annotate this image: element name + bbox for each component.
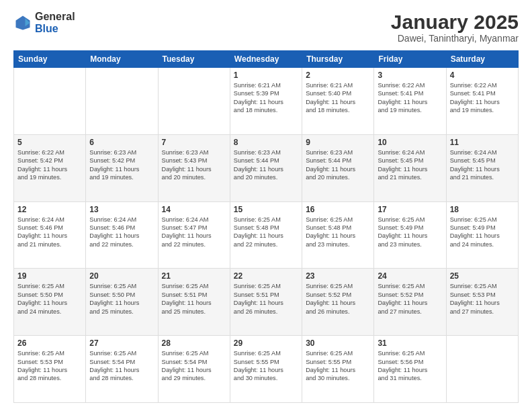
table-row: 24Sunrise: 6:25 AMSunset: 5:52 PMDayligh… xyxy=(374,269,446,336)
day-number: 26 xyxy=(17,338,82,348)
day-number: 5 xyxy=(17,138,82,147)
day-number: 19 xyxy=(17,271,82,281)
table-row: 5Sunrise: 6:22 AMSunset: 5:42 PMDaylight… xyxy=(14,134,86,201)
table-row: 27Sunrise: 6:25 AMSunset: 5:54 PMDayligh… xyxy=(86,336,158,403)
logo-icon xyxy=(13,13,32,32)
header-tuesday: Tuesday xyxy=(158,51,230,68)
table-row: 19Sunrise: 6:25 AMSunset: 5:50 PMDayligh… xyxy=(14,269,86,336)
day-number: 10 xyxy=(378,138,442,147)
day-number: 30 xyxy=(306,338,370,348)
table-row: 28Sunrise: 6:25 AMSunset: 5:54 PMDayligh… xyxy=(158,336,230,403)
day-number: 15 xyxy=(234,205,298,214)
day-info: Sunrise: 6:25 AMSunset: 5:53 PMDaylight:… xyxy=(450,282,515,316)
table-row: 10Sunrise: 6:24 AMSunset: 5:45 PMDayligh… xyxy=(374,134,446,201)
location-title: Dawei, Tanintharyi, Myanmar xyxy=(391,33,519,44)
table-row: 18Sunrise: 6:25 AMSunset: 5:49 PMDayligh… xyxy=(446,201,518,269)
header-thursday: Thursday xyxy=(302,51,374,68)
day-number: 17 xyxy=(378,205,442,214)
day-info: Sunrise: 6:25 AMSunset: 5:50 PMDaylight:… xyxy=(17,282,82,316)
day-info: Sunrise: 6:22 AMSunset: 5:41 PMDaylight:… xyxy=(450,81,515,115)
day-number: 13 xyxy=(89,205,154,214)
day-info: Sunrise: 6:23 AMSunset: 5:44 PMDaylight:… xyxy=(306,148,370,182)
day-number: 6 xyxy=(89,138,154,147)
page: General Blue January 2025 Dawei, Taninth… xyxy=(0,0,532,411)
table-row: 26Sunrise: 6:25 AMSunset: 5:53 PMDayligh… xyxy=(14,336,86,403)
day-info: Sunrise: 6:24 AMSunset: 5:46 PMDaylight:… xyxy=(89,216,154,249)
day-info: Sunrise: 6:21 AMSunset: 5:39 PMDaylight:… xyxy=(234,81,298,115)
table-row: 20Sunrise: 6:25 AMSunset: 5:50 PMDayligh… xyxy=(86,269,158,336)
table-row: 12Sunrise: 6:24 AMSunset: 5:46 PMDayligh… xyxy=(14,201,86,269)
table-row: 23Sunrise: 6:25 AMSunset: 5:52 PMDayligh… xyxy=(302,269,374,336)
title-block: January 2025 Dawei, Tanintharyi, Myanmar xyxy=(391,11,519,44)
table-row xyxy=(14,68,86,135)
day-number: 16 xyxy=(306,205,370,214)
day-info: Sunrise: 6:25 AMSunset: 5:52 PMDaylight:… xyxy=(378,282,442,316)
header-friday: Friday xyxy=(374,51,446,68)
table-row: 15Sunrise: 6:25 AMSunset: 5:48 PMDayligh… xyxy=(230,201,302,269)
table-row: 22Sunrise: 6:25 AMSunset: 5:51 PMDayligh… xyxy=(230,269,302,336)
header-sunday: Sunday xyxy=(14,51,86,68)
logo: General Blue xyxy=(13,11,75,34)
table-row: 13Sunrise: 6:24 AMSunset: 5:46 PMDayligh… xyxy=(86,201,158,269)
calendar-week-row: 19Sunrise: 6:25 AMSunset: 5:50 PMDayligh… xyxy=(14,269,519,336)
table-row: 17Sunrise: 6:25 AMSunset: 5:49 PMDayligh… xyxy=(374,201,446,269)
day-number: 2 xyxy=(306,71,370,80)
day-number: 24 xyxy=(378,271,442,281)
day-number: 8 xyxy=(234,138,298,147)
day-info: Sunrise: 6:25 AMSunset: 5:53 PMDaylight:… xyxy=(17,349,82,383)
table-row: 8Sunrise: 6:23 AMSunset: 5:44 PMDaylight… xyxy=(230,134,302,201)
day-info: Sunrise: 6:25 AMSunset: 5:55 PMDaylight:… xyxy=(234,349,298,383)
table-row: 1Sunrise: 6:21 AMSunset: 5:39 PMDaylight… xyxy=(230,68,302,135)
day-info: Sunrise: 6:22 AMSunset: 5:42 PMDaylight:… xyxy=(17,148,82,182)
header: General Blue January 2025 Dawei, Taninth… xyxy=(13,11,519,44)
day-number: 20 xyxy=(89,271,154,281)
table-row xyxy=(446,336,518,403)
day-number: 28 xyxy=(162,338,226,348)
calendar-table: Sunday Monday Tuesday Wednesday Thursday… xyxy=(13,50,519,403)
day-info: Sunrise: 6:25 AMSunset: 5:51 PMDaylight:… xyxy=(162,282,226,316)
table-row xyxy=(158,68,230,135)
day-number: 7 xyxy=(162,138,226,147)
day-info: Sunrise: 6:21 AMSunset: 5:40 PMDaylight:… xyxy=(306,81,370,115)
table-row: 30Sunrise: 6:25 AMSunset: 5:55 PMDayligh… xyxy=(302,336,374,403)
day-info: Sunrise: 6:25 AMSunset: 5:50 PMDaylight:… xyxy=(89,282,154,316)
day-info: Sunrise: 6:23 AMSunset: 5:42 PMDaylight:… xyxy=(89,148,154,182)
calendar-week-row: 1Sunrise: 6:21 AMSunset: 5:39 PMDaylight… xyxy=(14,68,519,135)
day-info: Sunrise: 6:25 AMSunset: 5:52 PMDaylight:… xyxy=(306,282,370,316)
day-number: 11 xyxy=(450,138,515,147)
table-row: 6Sunrise: 6:23 AMSunset: 5:42 PMDaylight… xyxy=(86,134,158,201)
day-number: 21 xyxy=(162,271,226,281)
table-row: 2Sunrise: 6:21 AMSunset: 5:40 PMDaylight… xyxy=(302,68,374,135)
table-row: 4Sunrise: 6:22 AMSunset: 5:41 PMDaylight… xyxy=(446,68,518,135)
day-info: Sunrise: 6:25 AMSunset: 5:51 PMDaylight:… xyxy=(234,282,298,316)
table-row: 29Sunrise: 6:25 AMSunset: 5:55 PMDayligh… xyxy=(230,336,302,403)
calendar-header-row: Sunday Monday Tuesday Wednesday Thursday… xyxy=(14,51,519,68)
table-row: 21Sunrise: 6:25 AMSunset: 5:51 PMDayligh… xyxy=(158,269,230,336)
day-info: Sunrise: 6:23 AMSunset: 5:44 PMDaylight:… xyxy=(234,148,298,182)
table-row: 7Sunrise: 6:23 AMSunset: 5:43 PMDaylight… xyxy=(158,134,230,201)
table-row: 31Sunrise: 6:25 AMSunset: 5:56 PMDayligh… xyxy=(374,336,446,403)
day-number: 27 xyxy=(89,338,154,348)
table-row: 25Sunrise: 6:25 AMSunset: 5:53 PMDayligh… xyxy=(446,269,518,336)
day-info: Sunrise: 6:25 AMSunset: 5:48 PMDaylight:… xyxy=(234,216,298,249)
day-number: 1 xyxy=(234,71,298,80)
day-number: 29 xyxy=(234,338,298,348)
day-number: 22 xyxy=(234,271,298,281)
day-info: Sunrise: 6:25 AMSunset: 5:48 PMDaylight:… xyxy=(306,216,370,249)
day-info: Sunrise: 6:25 AMSunset: 5:49 PMDaylight:… xyxy=(378,216,442,249)
calendar-week-row: 26Sunrise: 6:25 AMSunset: 5:53 PMDayligh… xyxy=(14,336,519,403)
day-info: Sunrise: 6:24 AMSunset: 5:46 PMDaylight:… xyxy=(17,216,82,249)
day-number: 12 xyxy=(17,205,82,214)
table-row: 16Sunrise: 6:25 AMSunset: 5:48 PMDayligh… xyxy=(302,201,374,269)
table-row: 3Sunrise: 6:22 AMSunset: 5:41 PMDaylight… xyxy=(374,68,446,135)
table-row: 14Sunrise: 6:24 AMSunset: 5:47 PMDayligh… xyxy=(158,201,230,269)
month-title: January 2025 xyxy=(391,11,519,33)
day-info: Sunrise: 6:25 AMSunset: 5:55 PMDaylight:… xyxy=(306,349,370,383)
header-saturday: Saturday xyxy=(446,51,518,68)
table-row xyxy=(86,68,158,135)
logo-general-text: General xyxy=(35,11,75,23)
day-number: 31 xyxy=(378,338,442,348)
day-number: 9 xyxy=(306,138,370,147)
day-info: Sunrise: 6:25 AMSunset: 5:54 PMDaylight:… xyxy=(162,349,226,383)
day-info: Sunrise: 6:22 AMSunset: 5:41 PMDaylight:… xyxy=(378,81,442,115)
